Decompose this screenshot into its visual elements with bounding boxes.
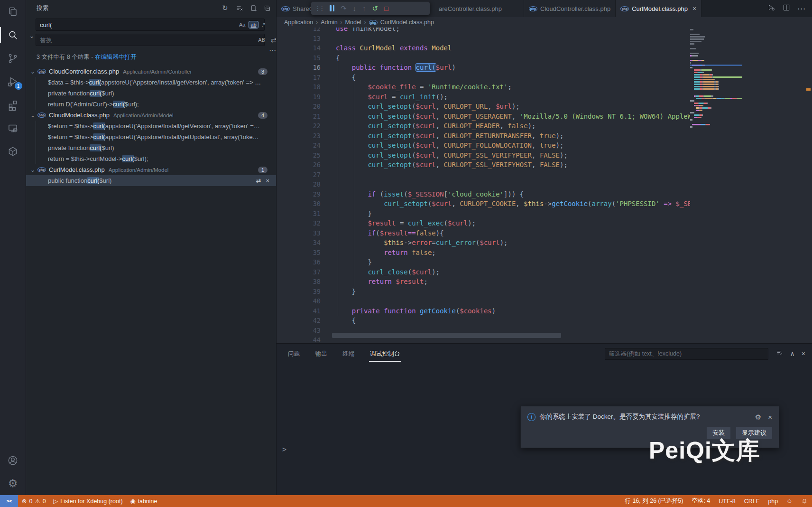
search-match-row[interactable]: return D('Admin/Curl')->curl($url); <box>26 99 276 110</box>
replace-match-icon[interactable]: ⇄ <box>256 177 261 184</box>
code-line[interactable]: 28 <box>277 179 690 189</box>
source-control-icon[interactable] <box>0 47 26 70</box>
breadcrumb-item[interactable]: CurlModel.class.php <box>380 19 434 26</box>
clear-results-icon[interactable] <box>236 4 244 12</box>
close-tab-icon[interactable]: × <box>692 5 696 12</box>
notification-close-icon[interactable]: × <box>768 413 772 421</box>
package-box-icon[interactable] <box>0 140 26 163</box>
search-icon[interactable] <box>0 23 26 47</box>
feedback-smiley-icon[interactable]: ☺ <box>782 495 797 507</box>
search-result-file[interactable]: ⌄phpCloudModel.class.phpApplication/Admi… <box>26 110 276 121</box>
search-match-row[interactable]: $data = $this->curl(appstoreU('Appstore/… <box>26 77 276 88</box>
language-mode[interactable]: php <box>764 495 782 507</box>
refresh-icon[interactable]: ↻ <box>222 4 230 12</box>
notifications-bell-icon[interactable] <box>797 495 812 507</box>
code-line[interactable]: 32 $result = curl_exec($curl); <box>277 218 690 228</box>
cursor-position[interactable]: 行 16, 列 26 (已选择5) <box>620 495 687 507</box>
problems-status[interactable]: ⊗ 0 ⚠ 0 <box>18 495 50 507</box>
minimap[interactable] <box>690 28 742 133</box>
code-line[interactable]: 26 curl_setopt($curl, CURLOPT_SSL_VERIFY… <box>277 160 690 170</box>
replace-input[interactable] <box>36 34 265 46</box>
code-line[interactable]: 23 curl_setopt($curl, CURLOPT_RETURNTRAN… <box>277 131 690 141</box>
code-line[interactable]: 15{ <box>277 53 690 63</box>
search-result-file[interactable]: ⌄phpCloudController.class.phpApplication… <box>26 66 276 77</box>
search-match-row[interactable]: private function curl($url) <box>26 88 276 99</box>
code-line[interactable]: 12use Think\Model; <box>277 28 690 34</box>
code-editor[interactable]: 12use Think\Model;1314class CurlModel ex… <box>277 28 812 343</box>
code-line[interactable]: 14class CurlModel extends Model <box>277 43 690 53</box>
toggle-replace-icon[interactable]: ⌄ <box>28 19 36 49</box>
chevron-down-icon[interactable]: ⌄ <box>29 68 37 75</box>
toolbar-grip-icon[interactable]: ⋮⋮ <box>315 5 323 12</box>
notification-gear-icon[interactable]: ⚙ <box>755 413 761 421</box>
code-line[interactable]: 21 curl_setopt($curl, CURLOPT_USERAGENT,… <box>277 112 690 122</box>
step-out-icon[interactable]: ↑ <box>362 5 366 12</box>
code-line[interactable]: 36 } <box>277 257 690 267</box>
chevron-down-icon[interactable]: ⌄ <box>29 112 37 119</box>
run-debug-icon[interactable]: 1 <box>0 70 26 93</box>
pause-icon[interactable] <box>330 5 334 11</box>
code-line[interactable]: 30 curl_setopt($curl, CURLOPT_COOKIE, $t… <box>277 199 690 209</box>
code-line[interactable]: 39 } <box>277 287 690 297</box>
regex-toggle[interactable]: .* <box>260 21 267 28</box>
run-or-debug-icon[interactable] <box>767 3 775 14</box>
split-editor-icon[interactable] <box>782 3 791 14</box>
code-line[interactable]: 17 { <box>277 73 690 83</box>
code-area[interactable]: 12use Think\Model;1314class CurlModel ex… <box>277 28 690 343</box>
open-search-editor-icon[interactable] <box>249 4 258 12</box>
breadcrumb-item[interactable]: Admin <box>321 19 337 26</box>
tabnine-status[interactable]: ◉ tabnine <box>127 495 161 507</box>
search-input[interactable] <box>36 19 265 31</box>
account-icon[interactable] <box>0 449 26 472</box>
code-line[interactable]: 37 curl_close($curl); <box>277 267 690 277</box>
match-case-toggle[interactable]: Aa <box>238 21 247 28</box>
collapse-all-icon[interactable] <box>263 4 271 12</box>
tab-curlmodel[interactable]: php CurlModel.class.php × <box>616 0 701 17</box>
code-line[interactable]: 25 curl_setopt($curl, CURLOPT_SSL_VERIFY… <box>277 150 690 160</box>
clear-console-icon[interactable] <box>776 349 784 358</box>
breadcrumb-item[interactable]: Model <box>345 19 361 26</box>
code-line[interactable]: 38 return $result; <box>277 277 690 287</box>
xdebug-status[interactable]: ▷ Listen for Xdebug (root) <box>50 495 127 507</box>
code-line[interactable]: 34 $this->error=curl_error($curl); <box>277 238 690 248</box>
settings-gear-icon[interactable]: ⚙ <box>0 472 26 495</box>
code-line[interactable]: 35 return false; <box>277 248 690 258</box>
restart-icon[interactable]: ↺ <box>372 5 378 12</box>
code-line[interactable]: 20 curl_setopt($curl, CURLOPT_URL, $url)… <box>277 102 690 112</box>
code-line[interactable]: 22 curl_setopt($curl, CURLOPT_HEADER, fa… <box>277 121 690 131</box>
step-into-icon[interactable]: ↓ <box>353 5 357 12</box>
remote-explorer-icon[interactable] <box>0 116 26 140</box>
code-line[interactable]: 19 $curl = curl_init(); <box>277 92 690 102</box>
code-line[interactable]: 29 if (isset($_SESSION['cloud_cookie']))… <box>277 189 690 199</box>
preserve-case-toggle[interactable]: AB <box>257 37 267 43</box>
open-in-editor-link[interactable]: 在编辑器中打开 <box>95 54 137 60</box>
stop-icon[interactable]: □ <box>384 5 388 12</box>
code-line[interactable]: 42 { <box>277 316 690 326</box>
indentation[interactable]: 空格: 4 <box>687 495 714 507</box>
code-line[interactable]: 41 private function getCookie($cookies) <box>277 306 690 316</box>
code-line[interactable]: 24 curl_setopt($curl, CURLOPT_FOLLOWLOCA… <box>277 141 690 150</box>
search-match-row[interactable]: $return = $this->curl(appstoreU('Appstor… <box>26 131 276 142</box>
horizontal-scrollbar[interactable] <box>332 333 561 338</box>
search-match-row[interactable]: private function curl($url) <box>26 142 276 153</box>
encoding[interactable]: UTF-8 <box>714 495 739 507</box>
code-line[interactable]: 27 <box>277 170 690 180</box>
dismiss-match-icon[interactable]: × <box>266 177 269 184</box>
editor-more-actions-icon[interactable]: ⋯ <box>797 5 805 13</box>
search-more-actions-icon[interactable]: ⋯ <box>269 46 276 55</box>
whole-word-toggle[interactable]: ab <box>249 21 258 28</box>
code-line[interactable]: 33 if($result==false){ <box>277 228 690 238</box>
code-line[interactable]: 18 $cookie_file = 'Runtime/cookie.txt'; <box>277 82 690 92</box>
tab-problems[interactable]: 问题 <box>287 347 301 361</box>
replace-all-icon[interactable]: ⇄ <box>271 36 277 44</box>
code-line[interactable]: 16 public function curl($url) <box>277 63 690 73</box>
console-prompt-icon[interactable]: > <box>282 445 286 454</box>
close-panel-icon[interactable]: × <box>802 350 805 357</box>
extensions-icon[interactable] <box>0 93 26 116</box>
tab-terminal[interactable]: 终端 <box>341 347 356 361</box>
search-match-row[interactable]: public function curl($url)⇄× <box>26 175 276 186</box>
tab-debug-console[interactable]: 调试控制台 <box>369 347 401 361</box>
code-line[interactable]: 13 <box>277 34 690 44</box>
tab-cloudcontroller[interactable]: php CloudController.class.php <box>524 0 616 17</box>
search-match-row[interactable]: $return = $this->curl(appstoreU('Appstor… <box>26 121 276 131</box>
